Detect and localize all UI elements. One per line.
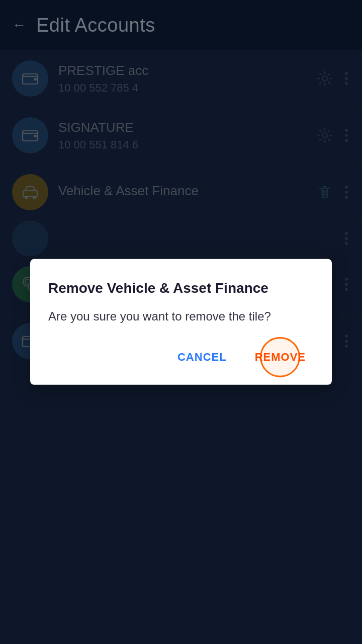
- dialog-actions: CANCEL REMOVE: [48, 346, 314, 369]
- dialog-message: Are you sure you want to remove the tile…: [48, 307, 314, 326]
- confirm-dialog: Remove Vehicle & Asset Finance Are you s…: [30, 259, 332, 385]
- cancel-button[interactable]: CANCEL: [169, 346, 235, 369]
- dialog-title: Remove Vehicle & Asset Finance: [48, 279, 314, 297]
- remove-button-wrapper: REMOVE: [247, 346, 314, 369]
- remove-button[interactable]: REMOVE: [247, 346, 314, 369]
